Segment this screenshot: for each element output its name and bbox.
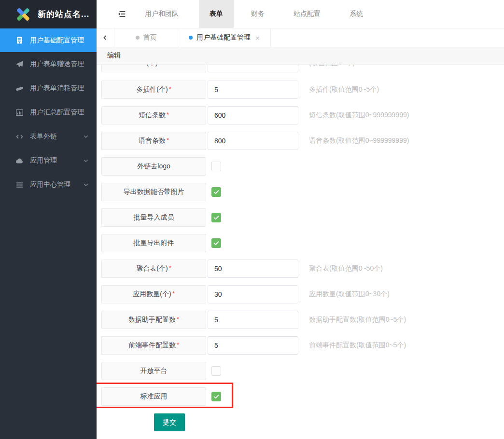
field-hint: 多插件(取值范围0~5个) [309, 81, 379, 99]
tab-bar: 首页用户基础配置管理× [97, 28, 504, 47]
checkbox-checked[interactable] [211, 392, 221, 401]
sidebar-item[interactable]: 应用中心管理 [0, 173, 97, 197]
top-nav-item[interactable]: 系统 [338, 0, 375, 28]
field-hint: 语音条数(取值范围0~999999999) [309, 132, 409, 150]
top-nav-item[interactable]: 用户和团队 [133, 0, 190, 28]
tab[interactable]: 首页 [114, 28, 178, 47]
logo-area: 新的站点名... [0, 0, 97, 28]
required-asterisk: * [177, 341, 179, 348]
chevron-down-icon [83, 134, 89, 139]
form-row: 短信条数*600短信条数(取值范围0~999999999) [101, 106, 502, 124]
sidebar-item-label: 应用管理 [30, 156, 57, 165]
top-nav: 用户和团队表单财务站点配置系统 [97, 0, 504, 28]
field-input[interactable]: 600 [208, 106, 298, 124]
field-input[interactable]: 800 [208, 132, 298, 150]
send-icon [15, 60, 24, 69]
sidebar-item-label: 用户表单赠送管理 [30, 60, 84, 69]
form-row: 外链去logo [101, 157, 502, 176]
top-nav-item[interactable]: 站点配置 [282, 0, 332, 28]
app-logo-icon [14, 6, 32, 23]
sidebar-item[interactable]: 应用管理 [0, 149, 97, 173]
top-nav-item[interactable]: 财务 [239, 0, 276, 28]
required-asterisk: * [169, 264, 171, 272]
sidebar-item[interactable]: 用户表单赠送管理 [0, 52, 97, 76]
checkbox-unchecked[interactable] [211, 366, 221, 376]
field-input[interactable]: 5 [208, 311, 298, 329]
menu-fold-icon[interactable] [116, 0, 127, 28]
section-header: 编辑 [97, 47, 504, 65]
field-hint: 聚合表(取值范围0~50个) [309, 260, 383, 278]
form-row: 批量导出附件 [101, 234, 502, 252]
field-label: 短信条数* [101, 106, 206, 124]
field-hint: 应用数量(取值范围0~30个) [309, 285, 390, 303]
chevron-down-icon [83, 158, 89, 164]
sidebar-item[interactable]: 用户汇总配置管理 [0, 100, 97, 124]
bar-chart-icon [15, 109, 24, 117]
field-hint: 数据助手配置数(取值范围0~5个) [309, 311, 406, 329]
tab-back-button[interactable] [97, 28, 114, 47]
required-asterisk: * [167, 111, 169, 118]
required-asterisk: * [172, 290, 175, 297]
field-label: 聚合表(个)* [101, 260, 206, 278]
field-hint: 短信条数(取值范围0~999999999) [309, 106, 409, 124]
sidebar-item[interactable]: 用户表单消耗管理 [0, 76, 97, 100]
grid-icon [15, 36, 24, 44]
code-icon [15, 133, 24, 141]
checkbox-checked[interactable] [211, 213, 221, 222]
sidebar-item-label: 用户汇总配置管理 [30, 108, 84, 117]
field-label: 批量导出附件 [101, 234, 206, 252]
field-label: 导出数据能否带图片 [101, 183, 206, 201]
form-row: 语音条数*800语音条数(取值范围0~999999999) [101, 132, 502, 150]
sidebar: 用户基础配置管理用户表单赠送管理用户表单消耗管理用户汇总配置管理表单外链应用管理… [0, 28, 97, 439]
field-input[interactable]: 50 [208, 260, 298, 278]
form-row: 数据助手配置数*5数据助手配置数(取值范围0~5个) [101, 311, 502, 329]
field-label: 开放平台 [101, 362, 206, 380]
field-label: 批量导入成员 [101, 208, 206, 227]
tab-label: 首页 [143, 33, 157, 42]
form-content: 多插件(个)*5多插件(取值范围0~5个)短信条数*600短信条数(取值范围0~… [97, 65, 504, 431]
sidebar-item-label: 表单外链 [30, 132, 57, 141]
form-area: (个)* (取值范围0~个) 多插件(个)*5多插件(取值范围0~5个)短信条数… [97, 65, 504, 439]
sidebar-item-label: 应用中心管理 [30, 180, 70, 189]
tab-label: 用户基础配置管理 [196, 33, 251, 42]
sidebar-item-label: 用户基础配置管理 [30, 36, 84, 45]
field-hint: 前端事件配置数(取值范围0~5个) [309, 336, 406, 355]
form-row: 导出数据能否带图片 [101, 183, 502, 201]
tab-status-dot [189, 36, 193, 40]
form-row: 多插件(个)*5多插件(取值范围0~5个) [101, 81, 502, 99]
field-label: 语音条数* [101, 132, 206, 150]
field-input[interactable]: 5 [208, 81, 298, 99]
form-row: 前端事件配置数*5前端事件配置数(取值范围0~5个) [101, 336, 502, 355]
form-row: 聚合表(个)*50聚合表(取值范围0~50个) [101, 260, 502, 278]
field-label: 外链去logo [101, 157, 206, 176]
field-label: 多插件(个)* [101, 81, 206, 99]
checkbox-checked[interactable] [211, 238, 221, 248]
page-title: 编辑 [107, 51, 121, 60]
top-header: 新的站点名... 用户和团队表单财务站点配置系统 [0, 0, 504, 28]
sidebar-item[interactable]: 用户基础配置管理 [0, 28, 97, 52]
form-row: 应用数量(个)*30应用数量(取值范围0~30个) [101, 285, 502, 303]
field-label: 数据助手配置数* [101, 311, 206, 329]
checkbox-checked[interactable] [211, 187, 221, 197]
submit-button[interactable]: 提交 [154, 413, 185, 431]
required-asterisk: * [167, 137, 169, 144]
tab-status-dot [136, 36, 140, 40]
field-label: 标准应用 [101, 387, 206, 406]
close-icon[interactable]: × [255, 34, 260, 41]
app-window: 新的站点名... 用户和团队表单财务站点配置系统 用户基础配置管理用户表单赠送管… [0, 0, 504, 439]
tab[interactable]: 用户基础配置管理× [178, 28, 271, 47]
field-input[interactable]: 5 [208, 336, 298, 355]
form-row: 标准应用 [101, 387, 502, 406]
eraser-icon [15, 84, 24, 93]
checkbox-unchecked[interactable] [211, 162, 221, 171]
required-asterisk: * [169, 85, 171, 93]
field-input[interactable]: 30 [208, 285, 298, 303]
field-label: 前端事件配置数* [101, 336, 206, 355]
sidebar-item[interactable]: 表单外链 [0, 124, 97, 149]
cloud-icon [15, 157, 24, 165]
chevron-left-icon [102, 34, 109, 41]
chevron-down-icon [83, 182, 89, 188]
top-nav-item[interactable]: 表单 [199, 0, 234, 28]
form-row: 批量导入成员 [101, 208, 502, 227]
list-icon [15, 181, 24, 189]
